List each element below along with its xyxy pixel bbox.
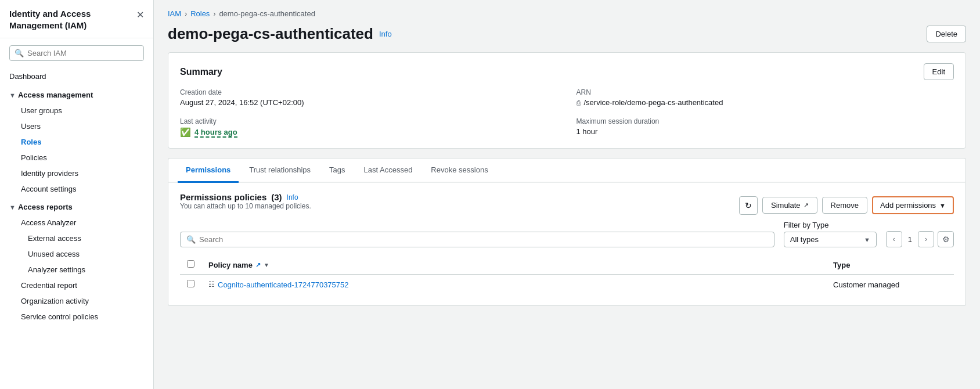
sidebar-item-unused-access[interactable]: Unused access — [0, 246, 153, 262]
permissions-header: Permissions policies (3) Info You can at… — [180, 192, 954, 218]
table-wrap: Policy name ↗ ▼ Type — [180, 255, 954, 294]
sidebar-item-service-control-policies[interactable]: Service control policies — [0, 309, 153, 325]
search-icon: 🔍 — [15, 49, 24, 57]
policy-name-text: Cognito-authenticated-1724770375752 — [218, 280, 349, 289]
summary-card-header: Summary Edit — [180, 63, 954, 80]
tab-last-accessed[interactable]: Last Accessed — [356, 159, 421, 183]
tab-tags[interactable]: Tags — [321, 159, 353, 183]
breadcrumb-roles[interactable]: Roles — [190, 9, 210, 18]
type-select[interactable]: All types ▼ — [784, 232, 877, 247]
sort-icon[interactable]: ▼ — [264, 262, 269, 268]
tab-trust-relationships[interactable]: Trust relationships — [241, 159, 319, 183]
arn-value: ⎙ /service-role/demo-pega-cs-authenticat… — [577, 98, 954, 107]
access-reports-label: Access reports — [18, 203, 73, 211]
sidebar-item-users[interactable]: Users — [0, 118, 153, 134]
policy-search-input[interactable] — [199, 235, 768, 244]
sidebar-search[interactable]: 🔍 — [9, 45, 144, 61]
sidebar-item-external-access[interactable]: External access — [0, 230, 153, 246]
sidebar-header: Identity and AccessManagement (IAM) ✕ — [0, 0, 153, 38]
page-title: demo-pega-cs-authenticated Info — [168, 25, 392, 43]
external-link-icon: ↗ — [804, 201, 809, 209]
row-checkbox[interactable] — [187, 280, 194, 287]
main-content: IAM › Roles › demo-pega-cs-authenticated… — [154, 0, 980, 389]
search-icon-2: 🔍 — [186, 235, 196, 244]
summary-title: Summary — [180, 67, 222, 77]
policy-name-header: Policy name ↗ ▼ — [201, 255, 826, 275]
sidebar-item-credential-report[interactable]: Credential report — [0, 278, 153, 293]
pagination: ‹ 1 › ⚙ — [886, 231, 954, 247]
policy-table: Policy name ↗ ▼ Type — [180, 255, 954, 294]
table-row: ☷ Cognito-authenticated-1724770375752 Cu… — [180, 275, 954, 294]
sidebar-item-organization-activity[interactable]: Organization activity — [0, 293, 153, 309]
permissions-count: (3) — [271, 192, 282, 202]
filter-by-type-label: Filter by Type — [784, 221, 877, 229]
access-management-label: Access management — [18, 91, 93, 99]
delete-button[interactable]: Delete — [927, 26, 966, 42]
tab-permissions[interactable]: Permissions — [178, 159, 239, 183]
sidebar-item-dashboard[interactable]: Dashboard — [0, 68, 153, 85]
remove-button[interactable]: Remove — [822, 197, 867, 214]
sidebar-title: Identity and AccessManagement (IAM) — [9, 8, 91, 31]
page-number: 1 — [906, 235, 914, 244]
permissions-panel: Permissions policies (3) Info You can at… — [168, 183, 966, 306]
arn-text: /service-role/demo-pega-cs-authenticated — [584, 98, 723, 107]
sidebar-item-analyzer-settings[interactable]: Analyzer settings — [0, 262, 153, 278]
sidebar-item-account-settings[interactable]: Account settings — [0, 181, 153, 197]
simulate-label: Simulate — [771, 201, 801, 210]
search-input[interactable] — [27, 49, 139, 57]
sidebar-item-policies[interactable]: Policies — [0, 150, 153, 165]
activity-link[interactable]: 4 hours ago — [194, 128, 237, 138]
close-icon[interactable]: ✕ — [136, 9, 144, 20]
table-settings-button[interactable]: ⚙ — [938, 231, 954, 247]
sidebar: Identity and AccessManagement (IAM) ✕ 🔍 … — [0, 0, 154, 389]
filter-section: 🔍 Filter by Type All types ▼ ‹ 1 — [180, 221, 954, 247]
row-checkbox-cell — [180, 275, 201, 294]
next-page-button[interactable]: › — [918, 231, 934, 247]
sidebar-section-access-management[interactable]: ▼ Access management — [0, 85, 153, 103]
sidebar-item-identity-providers[interactable]: Identity providers — [0, 165, 153, 181]
tab-revoke-sessions[interactable]: Revoke sessions — [423, 159, 496, 183]
last-activity-value: ✅ 4 hours ago — [180, 127, 558, 138]
sidebar-section-access-reports[interactable]: ▼ Access reports — [0, 197, 153, 215]
type-select-arrow-icon: ▼ — [864, 236, 870, 243]
policy-name-header-label: Policy name — [208, 261, 253, 269]
breadcrumb-iam[interactable]: IAM — [168, 9, 181, 18]
simulate-button[interactable]: Simulate ↗ — [762, 197, 817, 214]
permissions-title: Permissions policies (3) Info — [180, 192, 311, 202]
add-permissions-button[interactable]: Add permissions ▼ — [872, 196, 954, 214]
copy-icon[interactable]: ⎙ — [577, 99, 581, 107]
edit-button[interactable]: Edit — [924, 63, 954, 80]
policy-type-cell: Customer managed — [826, 275, 954, 294]
sidebar-item-roles[interactable]: Roles — [0, 134, 153, 150]
policy-name-cell: ☷ Cognito-authenticated-1724770375752 — [201, 275, 826, 294]
check-circle-icon: ✅ — [180, 127, 191, 138]
permissions-info-badge[interactable]: Info — [287, 193, 298, 201]
external-link-icon-2[interactable]: ↗ — [255, 261, 261, 269]
sidebar-item-user-groups[interactable]: User groups — [0, 103, 153, 118]
prev-page-button[interactable]: ‹ — [886, 231, 902, 247]
max-session-field: Maximum session duration 1 hour — [577, 117, 954, 138]
type-header: Type — [826, 255, 954, 275]
permissions-subtitle: You can attach up to 10 managed policies… — [180, 202, 311, 210]
policy-search-box[interactable]: 🔍 — [180, 232, 774, 247]
breadcrumb-sep-2: › — [213, 10, 215, 18]
page-info-badge[interactable]: Info — [379, 30, 392, 38]
tabs-row: Permissions Trust relationships Tags Las… — [168, 158, 966, 183]
breadcrumb: IAM › Roles › demo-pega-cs-authenticated — [168, 9, 966, 18]
filter-row: 🔍 Filter by Type All types ▼ ‹ 1 — [180, 221, 954, 247]
all-types-option: All types — [790, 235, 859, 244]
policy-name-link[interactable]: ☷ Cognito-authenticated-1724770375752 — [208, 280, 819, 289]
summary-grid: Creation date August 27, 2024, 16:52 (UT… — [180, 88, 954, 138]
max-session-value: 1 hour — [577, 127, 954, 136]
table-header-row: Policy name ↗ ▼ Type — [180, 255, 954, 275]
search-wrap: 🔍 — [180, 232, 774, 247]
chevron-down-icon-2: ▼ — [9, 204, 16, 211]
breadcrumb-current: demo-pega-cs-authenticated — [219, 9, 315, 18]
creation-date-label: Creation date — [180, 88, 558, 96]
sidebar-item-access-analyzer[interactable]: Access Analyzer — [0, 215, 153, 230]
last-activity-label: Last activity — [180, 117, 558, 125]
select-all-checkbox[interactable] — [187, 260, 194, 268]
refresh-button[interactable]: ↻ — [739, 196, 758, 215]
max-session-label: Maximum session duration — [577, 117, 954, 125]
creation-date-field: Creation date August 27, 2024, 16:52 (UT… — [180, 88, 558, 107]
